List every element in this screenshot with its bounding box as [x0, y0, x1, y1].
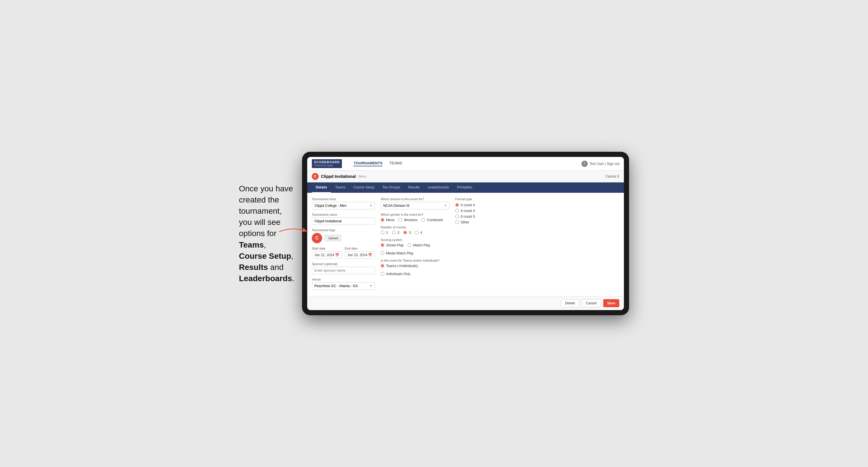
- sponsor-label: Sponsor (optional): [312, 262, 375, 266]
- sponsor-input-wrapper: [312, 267, 375, 274]
- tournament-badge: (Men): [358, 175, 366, 178]
- main-nav: TOURNAMENTS TEAMS: [353, 161, 402, 166]
- rounds-2-radio[interactable]: [392, 230, 396, 235]
- start-date-value: Jan 21, 2024: [314, 253, 334, 257]
- sponsor-group: Sponsor (optional): [312, 262, 375, 274]
- scoring-match[interactable]: Match Play: [408, 243, 430, 247]
- start-date-group: Start date Jan 21, 2024 📅: [312, 247, 342, 259]
- format-6count5[interactable]: 6 count 5: [455, 215, 619, 219]
- scoring-radios: Stroke Play Match Play Medal Match Play: [381, 243, 450, 255]
- nav-teams[interactable]: TEAMS: [389, 161, 402, 166]
- chevron-down-icon: ▼: [369, 204, 372, 207]
- format-5count4-radio[interactable]: [455, 203, 459, 207]
- tournament-name-label: Clippd Invitational: [321, 174, 356, 179]
- tournament-bar: C Clippd Invitational (Men) Cancel X: [307, 171, 624, 182]
- tablet-screen: SCOREBOARD Powered by clippd TOURNAMENTS…: [307, 157, 624, 310]
- gender-womens-radio[interactable]: [398, 218, 402, 222]
- scoring-stroke[interactable]: Stroke Play: [381, 243, 404, 247]
- tournament-icon: C: [312, 173, 319, 180]
- gender-label: Which gender is the event for?: [381, 213, 450, 216]
- event-type-label: Is this event for Teams and/or Individua…: [381, 259, 450, 262]
- tournament-host-group: Tournament Host Clippd College - Men ▼: [312, 197, 375, 209]
- gender-mens-radio[interactable]: [381, 218, 384, 222]
- division-chevron-icon: ▼: [444, 204, 447, 207]
- gender-group: Which gender is the event for? Mens Wome…: [381, 213, 450, 222]
- venue-group: Venue Peachtree GC - Atlanta - GA ▼: [312, 278, 375, 290]
- tab-results[interactable]: Results: [404, 182, 424, 193]
- gender-radios: Mens Womens Combined: [381, 218, 450, 222]
- format-6count4-radio[interactable]: [455, 209, 459, 213]
- cancel-button[interactable]: Cancel: [582, 299, 601, 307]
- annotation-text: Once you have created the tournament, yo…: [239, 183, 302, 284]
- form-footer: Delete Cancel Save: [307, 296, 624, 310]
- cancel-x-button[interactable]: Cancel X: [605, 175, 619, 179]
- calendar-icon[interactable]: 📅: [335, 253, 339, 257]
- event-type-teams[interactable]: Teams (+Individuals): [381, 264, 417, 268]
- user-info: T Test User | Sign out: [582, 161, 620, 167]
- format-other[interactable]: Other: [455, 220, 619, 224]
- gender-womens[interactable]: Womens: [398, 218, 417, 222]
- rounds-radios: 1 2 3 4: [381, 230, 450, 235]
- venue-label: Venue: [312, 278, 375, 281]
- format-label: Format type: [455, 197, 619, 201]
- scoring-medal-radio[interactable]: [381, 251, 384, 255]
- end-date-value: Jan 23, 2024: [347, 253, 367, 257]
- division-group: Which division is the event for? NCAA Di…: [381, 197, 450, 209]
- venue-select[interactable]: Peachtree GC - Atlanta - GA: [314, 284, 372, 288]
- delete-button[interactable]: Delete: [561, 299, 580, 307]
- division-select-wrapper: NCAA Division III ▼: [381, 202, 450, 209]
- gender-combined[interactable]: Combined: [422, 218, 443, 222]
- main-content: Tournament Host Clippd College - Men ▼ T…: [307, 193, 624, 296]
- scoring-stroke-radio[interactable]: [381, 243, 384, 247]
- format-section: Format type 5 count 4 6 count 4 6 count …: [455, 197, 619, 224]
- tab-course-setup[interactable]: Course Setup: [349, 182, 378, 193]
- venue-select-wrapper: Peachtree GC - Atlanta - GA ▼: [312, 282, 375, 290]
- scoring-group: Scoring system Stroke Play Match Play: [381, 238, 450, 255]
- rounds-3[interactable]: 3: [403, 230, 411, 235]
- tab-leaderboards[interactable]: Leaderboards: [424, 182, 453, 193]
- tournament-host-select[interactable]: Clippd College - Men: [314, 204, 372, 208]
- format-5count4[interactable]: 5 count 4: [455, 203, 619, 207]
- scoring-medal[interactable]: Medal Match Play: [381, 251, 413, 255]
- logo-circle: C: [312, 233, 322, 243]
- mid-column: Which division is the event for? NCAA Di…: [381, 197, 450, 291]
- user-avatar: T: [582, 161, 588, 167]
- tournament-title: C Clippd Invitational (Men): [312, 173, 366, 180]
- calendar-icon-end[interactable]: 📅: [368, 253, 372, 257]
- nav-tournaments[interactable]: TOURNAMENTS: [353, 161, 382, 166]
- rounds-3-radio[interactable]: [403, 230, 407, 235]
- tab-details[interactable]: Details: [312, 182, 331, 193]
- event-type-individuals-radio[interactable]: [381, 272, 384, 276]
- save-button[interactable]: Save: [603, 299, 619, 307]
- format-6count5-radio[interactable]: [455, 215, 459, 218]
- rounds-2[interactable]: 2: [392, 230, 400, 235]
- division-label: Which division is the event for?: [381, 197, 450, 201]
- tab-printables[interactable]: Printables: [453, 182, 476, 193]
- right-column: Format type 5 count 4 6 count 4 6 count …: [455, 197, 619, 291]
- end-date-group: End date Jan 23, 2024 📅: [345, 247, 375, 259]
- start-date-label: Start date: [312, 247, 342, 250]
- rounds-1[interactable]: 1: [381, 230, 388, 235]
- event-type-individuals[interactable]: Individuals Only: [381, 272, 410, 276]
- format-other-radio[interactable]: [455, 220, 459, 224]
- sponsor-input[interactable]: [314, 269, 372, 273]
- scoring-match-radio[interactable]: [408, 243, 411, 247]
- tab-teams[interactable]: Teams: [331, 182, 349, 193]
- event-type-teams-radio[interactable]: [381, 264, 384, 268]
- rounds-label: Number of rounds: [381, 225, 450, 229]
- format-6count4[interactable]: 6 count 4: [455, 209, 619, 213]
- gender-mens[interactable]: Mens: [381, 218, 395, 222]
- division-select[interactable]: NCAA Division III: [383, 204, 447, 208]
- user-sign-out[interactable]: Test User | Sign out: [589, 162, 620, 166]
- tab-tee-groups[interactable]: Tee Groups: [378, 182, 404, 193]
- rounds-4[interactable]: 4: [415, 230, 422, 235]
- rounds-group: Number of rounds 1 2: [381, 225, 450, 235]
- app-logo: SCOREBOARD Powered by clippd: [312, 159, 342, 168]
- upload-button[interactable]: Upload: [325, 235, 341, 241]
- rounds-1-radio[interactable]: [381, 230, 384, 235]
- rounds-4-radio[interactable]: [415, 230, 418, 235]
- gender-combined-radio[interactable]: [422, 218, 425, 222]
- tournament-host-label: Tournament Host: [312, 197, 375, 201]
- tournament-name-input[interactable]: [314, 219, 372, 223]
- venue-chevron-icon: ▼: [369, 284, 372, 287]
